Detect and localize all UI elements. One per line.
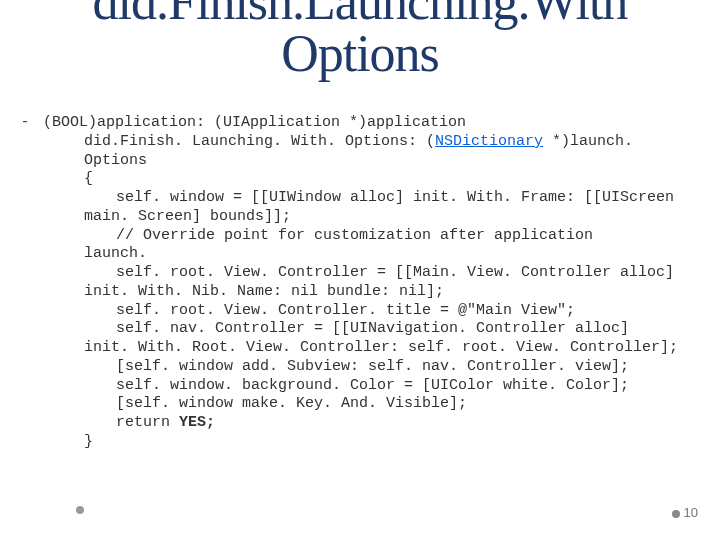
nsdictionary-link[interactable]: NSDictionary [435,133,543,150]
code-line-2: // Override point for customization afte… [16,227,680,246]
method-signature-2a: did.Finish. Launching. With. Options: ( [84,133,435,150]
page-number: 10 [672,505,698,520]
bullet-dash: - [16,114,34,133]
code-line-1b: main. Screen] bounds]]; [16,208,680,227]
return-value: YES; [179,414,215,431]
code-block: - (BOOL)application: (UIApplication *)ap… [0,104,720,452]
return-keyword: return [116,414,179,431]
code-line-3: self. root. View. Controller = [[Main. V… [16,264,680,283]
code-line-8: [self. window make. Key. And. Visible]; [16,395,680,414]
code-line-5b: init. With. Root. View. Controller: self… [16,339,680,358]
code-line-5: self. nav. Controller = [[UINavigation. … [16,320,680,339]
brace-open: { [16,170,680,189]
code-line-6: [self. window add. Subview: self. nav. C… [16,358,680,377]
page-dot-icon [672,510,680,518]
slide-title: did.Finish.Launching.With Options [0,0,720,80]
code-line-4: self. root. View. Controller. title = @"… [16,302,680,321]
decorative-dot-icon [76,506,84,514]
code-line-2b: launch. [16,245,680,264]
page-number-value: 10 [684,505,698,520]
brace-close: } [16,433,680,452]
code-line-7: self. window. background. Color = [UICol… [16,377,680,396]
code-line-1: self. window = [[UIWindow alloc] init. W… [16,189,680,208]
title-line-2: Options [281,25,439,82]
code-line-3b: init. With. Nib. Name: nil bundle: nil]; [16,283,680,302]
method-signature-1: (BOOL)application: (UIApplication *)appl… [43,114,466,131]
